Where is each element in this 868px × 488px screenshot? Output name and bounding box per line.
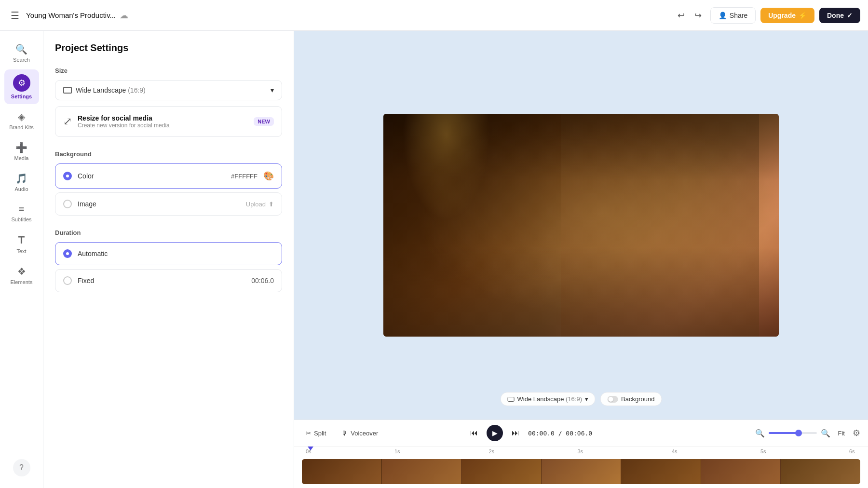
color-picker-icon[interactable]: 🎨: [263, 171, 274, 181]
undo-button[interactable]: ↩: [675, 7, 688, 24]
help-button[interactable]: ?: [13, 459, 30, 476]
duration-automatic-option[interactable]: Automatic: [55, 242, 282, 265]
timeline-settings-button[interactable]: ⚙: [853, 428, 860, 438]
playhead-arrow: [308, 447, 313, 450]
sidebar-item-text[interactable]: T Text: [4, 229, 39, 259]
sidebar-label-elements: Elements: [11, 279, 33, 285]
resize-text: Resize for social media Create new versi…: [78, 114, 170, 129]
upgrade-button[interactable]: Upgrade ⚡: [760, 8, 814, 23]
sidebar-label-settings: Settings: [11, 94, 32, 99]
duration-section-label: Duration: [55, 229, 282, 236]
split-button[interactable]: ✂ Split: [302, 428, 330, 439]
sidebar-item-elements[interactable]: ❖ Elements: [4, 261, 39, 290]
voiceover-label: Voiceover: [351, 430, 378, 437]
canvas-preview: Wide Landscape (16:9) ▾ Background: [294, 31, 868, 420]
zoom-out-button[interactable]: 🔍: [755, 429, 765, 438]
zoom-in-button[interactable]: 🔍: [821, 429, 830, 438]
background-section: Background Color #FFFFFF 🎨 Image Upload …: [55, 150, 282, 216]
topbar-left: ☰ Young Woman's Productiv... ☁: [8, 7, 669, 24]
ruler-4s: 4s: [672, 448, 678, 454]
sidebar-item-audio[interactable]: 🎵 Audio: [4, 168, 39, 197]
resize-icon: ⤢: [63, 115, 72, 128]
subtitles-icon: ≡: [19, 203, 25, 215]
timeline-clip[interactable]: [302, 459, 860, 484]
zoom-slider-wrap: [769, 432, 817, 434]
icon-sidebar: 🔍 Search ⚙ Settings ◈ Brand Kits ➕ Media…: [0, 31, 43, 488]
upload-label: Upload: [246, 201, 266, 208]
rewind-button[interactable]: ⏮: [467, 427, 481, 439]
landscape-icon: [63, 87, 72, 94]
canvas-controls: Wide Landscape (16:9) ▾ Background: [501, 392, 662, 406]
sidebar-item-media[interactable]: ➕ Media: [4, 137, 39, 166]
voiceover-button[interactable]: 🎙 Voiceover: [338, 428, 382, 439]
video-thumbnail: [383, 114, 779, 337]
color-option-label: Color: [78, 172, 225, 180]
ruler-6s: 6s: [849, 448, 855, 454]
audio-icon: 🎵: [15, 173, 27, 184]
resize-title: Resize for social media: [78, 114, 170, 122]
fit-button[interactable]: Fit: [834, 428, 849, 439]
canvas-area: Wide Landscape (16:9) ▾ Background ✂: [294, 31, 868, 488]
size-badge-button[interactable]: Wide Landscape (16:9) ▾: [501, 392, 596, 406]
background-badge-button[interactable]: Background: [600, 392, 662, 406]
automatic-label: Automatic: [78, 250, 274, 258]
share-label: Share: [730, 12, 747, 19]
fast-forward-button[interactable]: ⏭: [509, 427, 522, 439]
fixed-label: Fixed: [78, 277, 245, 285]
menu-button[interactable]: ☰: [8, 7, 22, 24]
done-label: Done: [827, 12, 844, 19]
timeline-strip[interactable]: [302, 459, 860, 484]
upgrade-label: Upgrade: [768, 12, 796, 19]
split-label: Split: [314, 430, 326, 437]
sidebar-label-brand-kits: Brand Kits: [9, 124, 34, 130]
cloud-save-icon: ☁: [120, 10, 128, 21]
ruler-5s: 5s: [760, 448, 766, 454]
ruler-3s: 3s: [578, 448, 583, 454]
elements-icon: ❖: [17, 266, 26, 277]
upload-button[interactable]: Upload ⬆: [246, 201, 274, 208]
sidebar-item-brand-kits[interactable]: ◈ Brand Kits: [4, 106, 39, 135]
background-section-label: Background: [55, 150, 282, 158]
settings-active-indicator: ⚙: [13, 74, 30, 92]
aspect-ratio: (16:9): [128, 86, 146, 94]
zoom-slider[interactable]: [769, 432, 817, 434]
done-button[interactable]: Done ✓: [819, 8, 860, 23]
image-option-label: Image: [78, 200, 240, 208]
topbar-center: ↩ ↪: [675, 7, 705, 24]
resize-subtitle: Create new version for social media: [78, 122, 170, 129]
chevron-down-icon: ▾: [271, 86, 274, 94]
brand-kits-icon: ◈: [18, 111, 25, 122]
sidebar-item-subtitles[interactable]: ≡ Subtitles: [4, 199, 39, 227]
media-icon: ➕: [15, 142, 27, 153]
text-icon: T: [18, 234, 25, 246]
color-radio: [63, 172, 72, 180]
sidebar-item-search[interactable]: 🔍 Search: [4, 39, 39, 68]
share-icon: 👤: [719, 12, 727, 19]
background-color-option[interactable]: Color #FFFFFF 🎨: [55, 163, 282, 189]
ruler-2s: 2s: [489, 448, 495, 454]
video-frame: [383, 114, 779, 337]
timeline-area: ✂ Split 🎙 Voiceover ⏮ ▶ ⏭ 00:00.0 / 00:0…: [294, 420, 868, 488]
sidebar-label-audio: Audio: [14, 186, 28, 192]
playhead[interactable]: [308, 447, 313, 450]
timeline-controls: ⏮ ▶ ⏭ 00:00.0 / 00:06.0: [467, 425, 592, 441]
resize-card[interactable]: ⤢ Resize for social media Create new ver…: [55, 106, 282, 137]
share-button[interactable]: 👤 Share: [710, 7, 756, 24]
redo-button[interactable]: ↪: [692, 7, 705, 24]
timeline-right: 🔍 🔍 Fit ⚙: [755, 428, 860, 439]
new-badge: NEW: [254, 117, 274, 126]
background-image-option[interactable]: Image Upload ⬆: [55, 192, 282, 216]
ruler-marks-container: 0s 1s 2s 3s 4s 5s 6s: [306, 448, 860, 457]
sidebar-label-search: Search: [13, 57, 30, 63]
size-dropdown[interactable]: Wide Landscape (16:9) ▾: [55, 80, 282, 100]
size-badge-label: Wide Landscape (16:9): [517, 395, 582, 403]
settings-icon: ⚙: [18, 78, 26, 88]
sidebar-item-settings[interactable]: ⚙ Settings: [4, 69, 39, 104]
timeline-toolbar: ✂ Split 🎙 Voiceover ⏮ ▶ ⏭ 00:00.0 / 00:0…: [294, 420, 868, 447]
search-icon: 🔍: [15, 43, 27, 55]
lightning-icon: ⚡: [799, 12, 807, 19]
duration-fixed-option[interactable]: Fixed 00:06.0: [55, 269, 282, 292]
play-button[interactable]: ▶: [487, 425, 503, 441]
sidebar-label-text: Text: [16, 248, 26, 254]
project-title: Young Woman's Productiv...: [26, 11, 116, 19]
